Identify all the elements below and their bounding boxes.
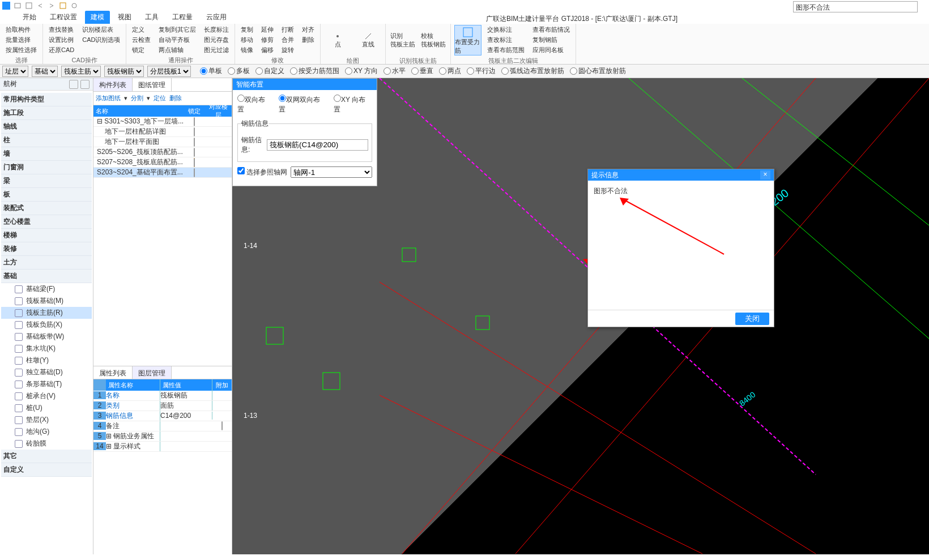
component-select[interactable]: 筏板钢筋 (104, 66, 144, 77)
property-row[interactable]: 3钢筋信息C14@200 (93, 411, 232, 421)
nav-item[interactable]: 桩(U) (1, 402, 92, 414)
pick-component-button[interactable]: 拾取构件 (3, 25, 39, 35)
merge-button[interactable]: 合并 (279, 35, 296, 45)
property-row[interactable]: 2类别面筋 (93, 401, 232, 411)
property-row[interactable]: 5⊞ 钢筋业务属性 (93, 431, 232, 442)
nav-category[interactable]: 轴线 (1, 120, 92, 134)
nav-category[interactable]: 墙 (1, 147, 92, 161)
align-button[interactable]: 对齐 (300, 25, 317, 35)
radio-bidir[interactable]: 双向布置 (237, 95, 272, 114)
nav-item[interactable]: 条形基础(T) (1, 378, 92, 390)
locate-button[interactable]: 定位 (154, 94, 166, 102)
nav-category[interactable]: 梁 (1, 174, 92, 188)
report-icon[interactable] (59, 2, 67, 10)
find-replace-button[interactable]: 查找替换 (46, 25, 76, 35)
nav-view-tree-icon[interactable] (80, 80, 90, 89)
tab-modeling[interactable]: 建模 (85, 11, 110, 24)
batch-select-button[interactable]: 批量选择 (3, 35, 39, 45)
copy-to-layer-button[interactable]: 复制到其它层 (156, 25, 198, 35)
nav-item[interactable]: 地沟(G) (1, 426, 92, 438)
rebar-info-input[interactable] (267, 139, 368, 151)
radio-horizontal[interactable]: 水平 (383, 66, 406, 76)
ref-grid-select[interactable]: 轴网-1 (291, 166, 372, 178)
rotate-button[interactable]: 旋转 (279, 45, 296, 55)
nav-category[interactable]: 土方 (1, 256, 92, 270)
lock-icon[interactable] (194, 117, 195, 126)
elem-filter-button[interactable]: 图元过滤 (202, 45, 231, 55)
type-select[interactable]: 筏板主筋 (61, 66, 101, 77)
lock-icon[interactable] (194, 127, 195, 136)
dialog-close-icon[interactable]: × (760, 170, 770, 179)
move-button[interactable]: 移动 (238, 35, 255, 45)
undo-icon[interactable] (36, 2, 44, 10)
nav-category[interactable]: 施工段 (1, 106, 92, 120)
radio-parallel[interactable]: 平行边 (467, 66, 496, 76)
open-icon[interactable] (14, 2, 22, 10)
save-icon[interactable] (25, 2, 33, 10)
radio-xy[interactable]: XY 方向 (345, 66, 378, 76)
view-rebar-range-button[interactable]: 查看布筋范围 (485, 45, 527, 55)
tab-project-settings[interactable]: 工程设置 (44, 11, 83, 24)
layout-rebar-button[interactable]: 布置受力筋 (454, 25, 481, 55)
mirror-button[interactable]: 镜像 (238, 45, 255, 55)
tab-tools[interactable]: 工具 (139, 11, 164, 24)
edit-dim-button[interactable]: 查改标注 (485, 35, 527, 45)
property-row[interactable]: 4备注 (93, 421, 232, 431)
nav-category[interactable]: 板 (1, 188, 92, 202)
drawing-row[interactable]: 地下一层柱配筋详图 (93, 127, 232, 137)
nav-item[interactable]: 基础板带(W) (1, 331, 92, 343)
property-row[interactable]: 1名称筏板钢筋 (93, 391, 232, 401)
add-drawing-button[interactable]: 添加图纸 (96, 94, 121, 102)
set-scale-button[interactable]: 设置比例 (46, 35, 76, 45)
dialog-close-button[interactable]: 关闭 (735, 313, 769, 325)
two-point-axis-button[interactable]: 两点辅轴 (156, 45, 198, 55)
nav-category[interactable]: 基础 (1, 270, 92, 283)
radio-vertical[interactable]: 垂直 (411, 66, 433, 76)
ref-grid-checkbox[interactable]: 选择参照轴网 (237, 167, 287, 177)
tab-start[interactable]: 开始 (17, 11, 42, 24)
nav-item[interactable]: 砖胎膜 (1, 438, 92, 450)
copy-button[interactable]: 复制 (238, 25, 255, 35)
status-field[interactable]: 图形不合法 (793, 1, 918, 12)
settings-icon[interactable] (70, 2, 78, 10)
nav-item[interactable]: 柱墩(Y) (1, 354, 92, 366)
tab-component-list[interactable]: 构件列表 (93, 78, 133, 91)
drawing-row[interactable]: ⊟ S301~S303_地下一层墙... (93, 117, 232, 127)
nav-item[interactable]: 筏板主筋(R) (1, 307, 92, 319)
tab-drawing-mgmt[interactable]: 图纸管理 (133, 78, 172, 91)
verify-rebar-button[interactable]: 校核 筏板钢筋 (420, 25, 447, 55)
floor-select[interactable]: 址层 (2, 66, 28, 77)
nav-item[interactable]: 基础梁(F) (1, 283, 92, 295)
swap-dim-button[interactable]: 交换标注 (485, 25, 527, 35)
delete-button[interactable]: 删除 (300, 35, 317, 45)
radio-arc-radial[interactable]: 弧线边布置放射筋 (501, 66, 564, 76)
nav-view-list-icon[interactable] (69, 80, 78, 89)
nav-item[interactable]: 集水坑(K) (1, 343, 92, 354)
split-button[interactable]: 分割 (131, 94, 143, 102)
drawing-row[interactable]: S203~S204_基础平面布置... (93, 168, 232, 178)
define-button[interactable]: 定义 (130, 25, 153, 35)
point-button[interactable]: 点 (324, 25, 351, 55)
redo-icon[interactable] (48, 2, 56, 10)
elem-save-button[interactable]: 图元存盘 (202, 35, 231, 45)
nav-category[interactable]: 楼梯 (1, 229, 92, 242)
nav-item[interactable]: 垫层(X) (1, 414, 92, 426)
property-row[interactable]: 14⊞ 显示样式 (93, 442, 232, 452)
recognize-floor-button[interactable]: 识别楼层表 (80, 25, 122, 35)
drawing-row[interactable]: S205~S206_筏板顶筋配筋... (93, 147, 232, 157)
cad-options-button[interactable]: CAD识别选项 (80, 35, 122, 45)
nav-category[interactable]: 柱 (1, 134, 92, 147)
nav-category[interactable]: 装修 (1, 242, 92, 256)
radio-center-radial[interactable]: 圆心布置放射筋 (570, 66, 626, 76)
drawing-row[interactable]: S207~S208_筏板底筋配筋... (93, 157, 232, 168)
lock-icon[interactable] (194, 148, 195, 157)
category-select[interactable]: 基础 (32, 66, 58, 77)
nav-category[interactable]: 其它 (1, 450, 92, 463)
select-by-attr-button[interactable]: 按属性选择 (3, 45, 39, 55)
lock-icon[interactable] (194, 158, 195, 167)
tab-cloud[interactable]: 云应用 (201, 11, 232, 24)
radio-dual-bidir[interactable]: 双网双向布置 (279, 95, 327, 114)
extend-button[interactable]: 延伸 (259, 25, 276, 35)
nav-item[interactable]: 桩承台(V) (1, 390, 92, 402)
recognize-raft-button[interactable]: 识别 筏板主筋 (389, 25, 416, 55)
